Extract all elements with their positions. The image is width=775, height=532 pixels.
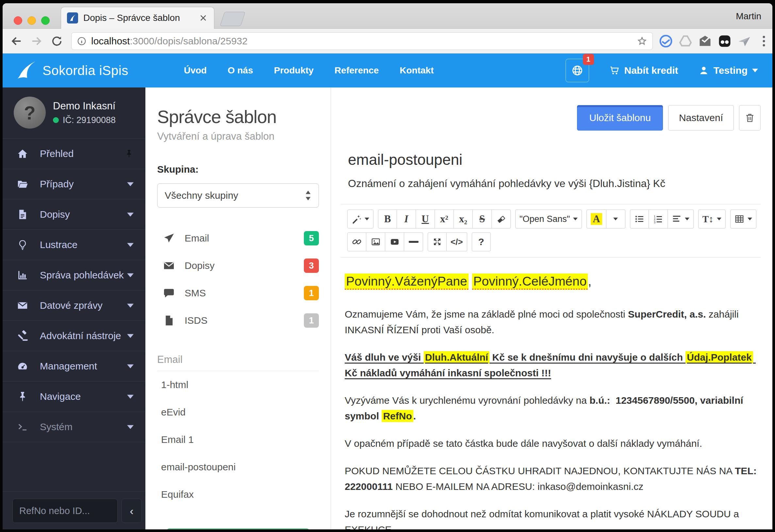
category-isds[interactable]: ISDS 1 [157, 307, 319, 334]
subscript-button[interactable]: x₂ [454, 210, 473, 228]
fullscreen-button[interactable] [428, 232, 447, 251]
nav-link-o-nas[interactable]: O nás [228, 65, 253, 76]
user-menu[interactable]: Testing [699, 65, 758, 76]
insert-hr-button[interactable] [404, 232, 423, 251]
nav-link-kontakt[interactable]: Kontakt [400, 65, 434, 76]
save-template-button[interactable]: Uložit šablonu [577, 105, 663, 131]
settings-button[interactable]: Nastavení [668, 105, 734, 131]
group-select[interactable]: Všechny skupiny [157, 183, 319, 208]
browser-profile-name[interactable]: Martin [736, 11, 761, 22]
browser-urlbar: localhost:3000/dopis/sablona/25932 [3, 29, 772, 54]
pin-icon[interactable] [124, 149, 134, 158]
chevron-down-icon [127, 425, 134, 429]
help-button[interactable]: ? [472, 232, 491, 251]
extension-circle-icon[interactable] [659, 34, 673, 48]
browser-menu-dots-icon[interactable] [757, 34, 771, 48]
envelope-icon [163, 260, 175, 272]
template-item[interactable]: Email 1 [157, 426, 319, 453]
address-bar[interactable]: localhost:3000/dopis/sablona/25932 [71, 32, 653, 50]
lightbulb-icon [17, 239, 28, 250]
category-email[interactable]: Email 5 [157, 225, 319, 252]
category-sms[interactable]: SMS 1 [157, 279, 319, 307]
new-tab-button[interactable] [220, 12, 245, 26]
zoom-window-button[interactable] [41, 16, 50, 25]
insert-table-button[interactable] [730, 210, 756, 228]
chevron-down-icon [127, 182, 134, 186]
template-item[interactable]: Equifax [157, 481, 319, 508]
paragraph-align-button[interactable] [668, 210, 694, 228]
envelope-icon [17, 300, 28, 311]
template-item[interactable]: email-postoupeni [157, 453, 319, 481]
credit-button[interactable]: Nabít kredit [609, 65, 678, 76]
superscript-button[interactable]: x² [435, 210, 454, 228]
sidebar-item-advokatni-nastroje[interactable]: Advokátní nástroje [3, 321, 145, 351]
thumbtack-icon [17, 391, 28, 402]
insert-link-button[interactable] [347, 232, 366, 251]
chevron-down-icon [127, 243, 134, 247]
sidebar-item-management[interactable]: Management [3, 351, 145, 382]
magic-style-button[interactable] [347, 210, 373, 228]
close-window-button[interactable] [14, 16, 22, 25]
sail-logo-icon [14, 59, 39, 82]
sidebar-collapse-button[interactable]: ‹ [121, 499, 142, 523]
insert-video-button[interactable] [385, 232, 404, 251]
pocket-icon[interactable] [718, 34, 732, 48]
reload-icon[interactable] [50, 35, 63, 48]
site-info-icon[interactable] [77, 36, 87, 46]
text-color-dropdown[interactable] [607, 210, 625, 228]
inbox-icon[interactable] [698, 34, 712, 48]
ordered-list-button[interactable]: 123 [649, 210, 668, 228]
insert-image-button[interactable] [366, 232, 385, 251]
create-new-email-button[interactable]: VYTVOŘIT NOVÝ EMAIL [167, 528, 309, 529]
chevron-down-icon [127, 334, 134, 338]
sidebar-item-sprava-pohledavek[interactable]: Správa pohledávek [3, 260, 145, 290]
clear-format-button[interactable] [492, 210, 511, 228]
sidebar-item-datove-zpravy[interactable]: Datové zprávy [3, 290, 145, 321]
tab-close-icon[interactable] [198, 13, 208, 23]
greeting-line: Povinný.VáženýPane Povinný.CeléJméno, [345, 271, 757, 291]
paper-plane-icon[interactable] [737, 34, 751, 48]
sidebar-item-system[interactable]: Systém [3, 412, 145, 442]
strikethrough-button[interactable]: S [473, 210, 492, 228]
chevron-down-icon [127, 364, 134, 368]
unordered-list-button[interactable] [630, 210, 649, 228]
underline-button[interactable]: U [416, 210, 435, 228]
email-body-editor[interactable]: Povinný.VáženýPane Povinný.CeléJméno, Oz… [341, 258, 761, 529]
sidebar-item-prehled[interactable]: Přehled [3, 139, 145, 169]
bold-button[interactable]: B [378, 210, 397, 228]
section-label: Email [157, 354, 319, 366]
template-item[interactable]: 1-html [157, 371, 319, 399]
credit-label: Nabít kredit [625, 65, 678, 76]
drive-icon[interactable] [678, 34, 693, 48]
url-text: localhost:3000/dopis/sablona/25932 [91, 36, 637, 47]
template-item[interactable]: eEvid [157, 399, 319, 426]
line-height-button[interactable]: T↕ [698, 210, 726, 228]
forward-icon[interactable] [30, 35, 43, 48]
bookmark-star-icon[interactable] [637, 36, 647, 46]
browser-tab[interactable]: Dopis – Správce šablon [61, 7, 214, 29]
category-dopisy[interactable]: Dopisy 3 [157, 252, 319, 279]
code-view-button[interactable]: </> [447, 232, 467, 251]
font-family-select[interactable]: "Open Sans" [515, 210, 582, 228]
brand[interactable]: Sokordia iSpis [14, 59, 128, 82]
placeholder-token: Povinný.CeléJméno [472, 274, 588, 290]
sidebar-item-navigace[interactable]: Navigace [3, 382, 145, 412]
sidebar-item-pripady[interactable]: Případy [3, 169, 145, 199]
nav-link-produkty[interactable]: Produkty [274, 65, 314, 76]
count-badge: 1 [304, 286, 319, 300]
body-paragraph: Váš dluh ve výši Dluh.Aktuální Kč se k d… [345, 350, 757, 381]
delete-template-button[interactable] [739, 105, 761, 131]
language-globe-button[interactable]: 1 [565, 59, 589, 82]
nav-link-reference[interactable]: Reference [335, 65, 379, 76]
nav-link-uvod[interactable]: Úvod [184, 65, 207, 76]
template-subject: Oznámení o zahájení vymáhání pohledávky … [348, 178, 761, 190]
text-color-button[interactable]: A [587, 210, 606, 228]
nav-right: 1 Nabít kredit Testing [565, 59, 758, 82]
browser-window: Dopis – Správce šablon Martin localhost:… [3, 3, 772, 529]
sidebar-item-lustrace[interactable]: Lustrace [3, 230, 145, 260]
refno-search-input[interactable] [12, 499, 118, 523]
back-icon[interactable] [10, 35, 23, 48]
italic-button[interactable]: I [397, 210, 416, 228]
minimize-window-button[interactable] [27, 16, 36, 25]
sidebar-item-dopisy[interactable]: Dopisy [3, 199, 145, 230]
